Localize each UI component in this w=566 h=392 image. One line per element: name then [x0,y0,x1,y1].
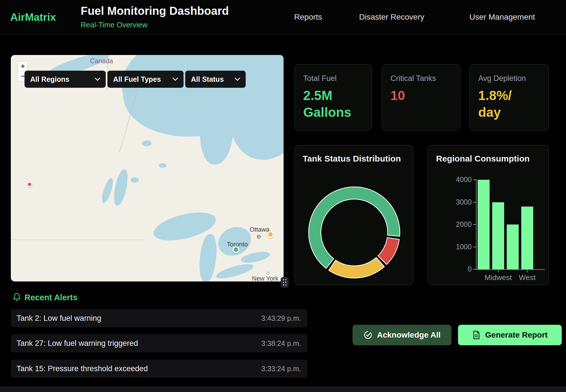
chevron-down-icon [94,77,101,81]
chevron-down-icon [172,77,178,81]
app-header: AirMatrix Fuel Monitoring Dashboard Real… [0,0,566,35]
x-axis-line [476,269,545,270]
consumption-bar [478,180,490,269]
alert-timestamp: 3:38:24 p.m. [261,339,301,348]
lake-winnipeg [111,168,130,207]
region-filter-select[interactable]: All Regions [25,71,106,88]
generate-report-label: Generate Report [485,330,547,340]
tank-status-distribution-card: Tank Status Distribution [294,145,414,285]
alert-row[interactable]: Tank 27: Low fuel warning triggered 3:38… [11,334,307,352]
fuel-type-filter-value: All Fuel Types [113,75,161,83]
zoom-in-button[interactable]: + [18,62,28,71]
y-axis-tick-mark [473,247,476,247]
kpi-label: Avg Depletion [478,74,526,83]
grip-dot [285,284,286,285]
y-axis-tick-mark [473,269,476,270]
alert-row[interactable]: Tank 15: Pressure threshold exceeded 3:3… [11,360,307,378]
regional-consumption-bar-chart: 01000200030004000MidwestWest [428,145,549,285]
tank-status-donut-chart [295,145,414,285]
map-label-canada: Canada [90,57,113,65]
small-lake-2 [159,163,166,168]
tank-marker-critical[interactable] [27,181,32,187]
small-lake-1 [142,140,152,146]
region-filter-value: All Regions [30,75,70,83]
status-filter-value: All Status [191,75,224,83]
alert-timestamp: 3:43:29 p.m. [261,314,301,322]
consumption-bar [521,207,533,269]
acknowledge-all-label: Acknowledge All [377,330,441,340]
nav-user-management[interactable]: User Management [469,13,535,22]
small-lake-3 [131,177,139,183]
y-axis-tick-mark [473,179,476,180]
kpi-label: Critical Tanks [390,74,436,83]
y-axis-tick-label: 1000 [446,243,472,251]
y-axis-tick-label: 3000 [446,198,472,206]
nav-disaster-recovery[interactable]: Disaster Recovery [359,13,424,22]
kpi-card-avg-depletion: Avg Depletion 1.8%/ day [469,64,549,131]
alert-row[interactable]: Tank 2: Low fuel warning 3:43:29 p.m. [11,309,307,327]
alert-message: Tank 2: Low fuel warning [17,314,101,323]
consumption-bar [507,224,519,269]
x-axis-tick-label: West [507,273,547,282]
acknowledge-all-button[interactable]: Acknowledge All [353,325,451,345]
document-icon [472,330,481,340]
resize-grip-handle[interactable] [281,277,289,288]
tank-marker-normal[interactable] [233,246,239,253]
kpi-card-critical-tanks: Critical Tanks 10 [382,64,460,131]
check-circle-icon [363,330,372,340]
kpi-value-critical-tanks: 10 [390,87,405,104]
y-axis-tick-label: 2000 [446,220,472,228]
generate-report-button[interactable]: Generate Report [458,325,562,345]
nav-reports[interactable]: Reports [294,13,322,22]
map-label-new-york: New York [252,275,278,281]
lake-michigan [198,233,218,281]
page-subtitle: Real-Time Overview [81,21,148,29]
chevron-down-icon [234,77,241,81]
grip-dot [285,279,286,280]
y-axis-tick-label: 0 [446,265,472,273]
map-filter-row: All Regions All Fuel Types All Status [25,71,246,88]
lake-winnipegosis [100,177,115,204]
brand-logo: AirMatrix [10,11,56,23]
alert-message: Tank 27: Low fuel warning triggered [17,339,138,348]
alert-message: Tank 15: Pressure threshold exceeded [17,364,148,373]
us-border [11,240,145,240]
kpi-value-total-fuel: 2.5M Gallons [303,87,351,121]
donut-segment-warning [329,258,384,278]
fuel-type-filter-select[interactable]: All Fuel Types [107,71,184,88]
x-axis-tick-mark [527,270,528,272]
recent-alerts-title: Recent Alerts [25,293,78,302]
grip-dot [285,282,286,283]
status-filter-select[interactable]: All Status [185,71,246,88]
y-axis-tick-mark [473,202,476,203]
bottom-edge-strip [0,386,566,392]
ottawa-town-icon [256,234,261,239]
alert-timestamp: 3:33:24 p.m. [261,365,301,373]
kpi-card-total-fuel: Total Fuel 2.5M Gallons [294,64,372,131]
lake-erie [215,261,255,281]
y-axis-tick-label: 4000 [446,175,472,184]
regional-consumption-card: Regional Consumption 01000200030004000Mi… [428,145,549,285]
grip-dot [283,284,284,285]
kpi-value-avg-depletion: 1.8%/ day [478,87,512,121]
consumption-bar [492,202,504,270]
donut-segment-critical [378,238,399,265]
map-corner-water [253,55,284,103]
page-title: Fuel Monitoring Dashboard [81,5,229,17]
grip-dot [283,282,284,283]
tank-marker-warning[interactable] [267,231,274,238]
bell-icon [12,292,22,303]
kpi-label: Total Fuel [303,74,337,83]
y-axis-tick-mark [473,224,476,225]
x-axis-tick-mark [498,270,498,272]
grip-dot [283,279,284,280]
fuel-map[interactable]: Canada Ottawa Toronto New York + − All R… [11,55,284,281]
lake-ontario [240,250,271,265]
newyork-town-icon [266,271,270,275]
map-label-ottawa: Ottawa [250,226,270,233]
